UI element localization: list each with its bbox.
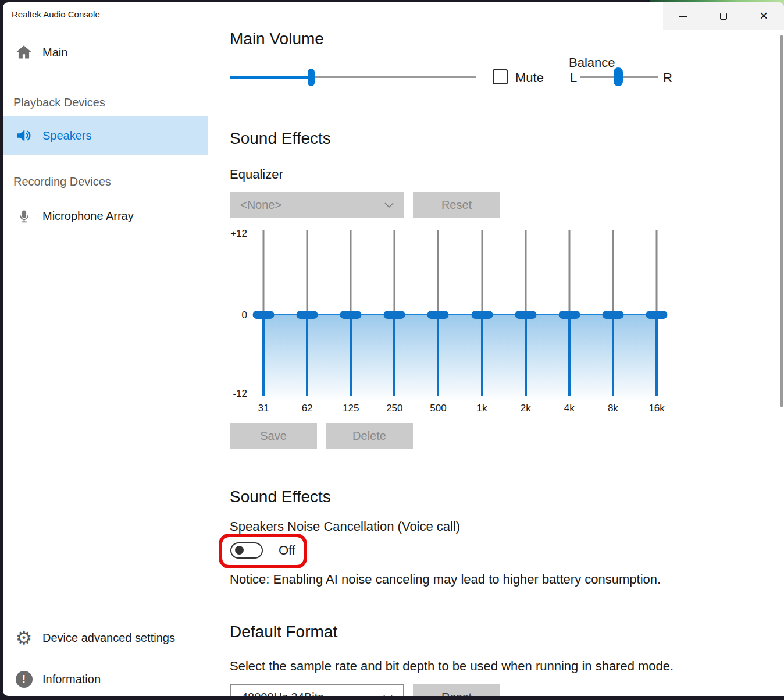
info-icon: ! — [15, 671, 33, 688]
eq-track-upper[interactable] — [437, 230, 439, 311]
equalizer-save-button[interactable]: Save — [230, 423, 317, 449]
equalizer-reset-button[interactable]: Reset — [413, 192, 500, 218]
eq-frequency-label: 1k — [477, 403, 487, 414]
microphone-icon — [15, 208, 33, 224]
eq-track-upper[interactable] — [568, 230, 570, 311]
sidebar-item-label: Device advanced settings — [42, 631, 175, 645]
balance-left-label: L — [570, 70, 577, 86]
eq-slider-thumb[interactable] — [602, 311, 623, 319]
eq-track-lower[interactable] — [350, 319, 352, 396]
eq-slider-thumb[interactable] — [253, 311, 275, 319]
eq-scale-mid: 0 — [218, 310, 247, 321]
window-title: Realtek Audio Console — [12, 9, 100, 19]
eq-slider-thumb[interactable] — [384, 311, 405, 319]
eq-track-lower[interactable] — [612, 319, 614, 396]
eq-track-lower[interactable] — [655, 319, 658, 396]
volume-slider-thumb[interactable] — [308, 69, 315, 86]
eq-frequency-label: 2k — [521, 403, 531, 414]
balance-slider-thumb[interactable] — [614, 67, 623, 86]
default-format-reset-button[interactable]: Reset — [413, 684, 500, 696]
default-format-heading: Default Format — [230, 623, 337, 641]
notice-text: Notice: Enabling AI noise canceling may … — [230, 572, 661, 587]
default-format-dropdown[interactable]: 48000Hz 24Bits — [230, 684, 404, 696]
sound-effects-heading-2: Sound Effects — [230, 488, 331, 506]
sidebar-item-label: Microphone Array — [42, 209, 134, 223]
eq-track-lower[interactable] — [525, 319, 527, 396]
eq-slider-thumb[interactable] — [340, 311, 362, 319]
eq-track-upper[interactable] — [307, 230, 308, 311]
eq-frequency-label: 125 — [343, 403, 359, 414]
sidebar-item-information[interactable]: ! Information — [3, 665, 208, 693]
eq-track-upper[interactable] — [481, 230, 483, 311]
eq-track-lower[interactable] — [568, 319, 571, 396]
sidebar-item-device-advanced-settings[interactable]: ⚙ Device advanced settings — [3, 624, 208, 652]
balance-right-label: R — [663, 70, 672, 86]
realtek-audio-console-window: Realtek Audio Console × Main Playback De… — [3, 2, 784, 696]
eq-track-lower[interactable] — [306, 319, 308, 396]
eq-slider-thumb[interactable] — [558, 311, 580, 319]
sidebar-item-microphone-array[interactable]: Microphone Array — [3, 202, 208, 230]
eq-track-upper[interactable] — [350, 230, 352, 311]
equalizer-label: Equalizer — [230, 167, 283, 182]
gear-icon: ⚙ — [15, 628, 33, 647]
close-icon: × — [760, 9, 768, 23]
chevron-down-icon — [383, 695, 393, 696]
eq-scale-max: +12 — [218, 228, 247, 240]
eq-frequency-label: 250 — [386, 403, 402, 414]
eq-slider-thumb[interactable] — [427, 311, 449, 319]
vertical-scrollbar[interactable] — [780, 35, 783, 407]
eq-slider-thumb[interactable] — [515, 311, 536, 319]
eq-frequency-label: 62 — [302, 403, 313, 414]
equalizer-delete-button[interactable]: Delete — [326, 423, 413, 449]
eq-slider-thumb[interactable] — [646, 311, 668, 319]
chevron-down-icon — [384, 202, 394, 208]
sidebar-item-main[interactable]: Main — [3, 38, 208, 66]
eq-frequency-label: 31 — [258, 403, 269, 414]
maximize-button[interactable] — [703, 2, 743, 30]
eq-track-upper[interactable] — [263, 230, 265, 311]
default-format-value: 48000Hz 24Bits — [241, 691, 383, 696]
eq-frequency-label: 8k — [608, 403, 618, 414]
eq-track-upper[interactable] — [612, 230, 614, 311]
eq-track-lower[interactable] — [262, 319, 265, 396]
noise-cancellation-toggle[interactable] — [230, 542, 263, 559]
eq-zero-line — [263, 314, 657, 315]
eq-track-upper[interactable] — [656, 230, 658, 311]
eq-frequency-label: 16k — [648, 403, 664, 414]
eq-track-upper[interactable] — [525, 230, 526, 311]
eq-track-lower[interactable] — [393, 319, 395, 396]
home-icon — [15, 43, 33, 62]
default-format-description: Select the sample rate and bit depth to … — [230, 659, 673, 674]
eq-fill-gradient — [263, 315, 657, 401]
mute-checkbox[interactable] — [493, 69, 508, 84]
sidebar-item-label: Main — [42, 46, 67, 59]
sound-effects-heading: Sound Effects — [230, 129, 331, 148]
noise-cancellation-label: Speakers Noise Cancellation (Voice call) — [230, 519, 460, 534]
volume-fill — [230, 76, 311, 79]
speaker-icon — [15, 127, 33, 144]
eq-slider-thumb[interactable] — [297, 311, 318, 319]
toggle-knob — [235, 546, 244, 555]
close-button[interactable]: × — [744, 2, 784, 30]
balance-label: Balance — [569, 55, 615, 70]
equalizer-preset-dropdown[interactable]: <None> — [230, 192, 404, 218]
eq-track-lower[interactable] — [437, 319, 439, 396]
eq-slider-thumb[interactable] — [471, 311, 493, 319]
sidebar-item-label: Information — [42, 673, 101, 686]
sidebar-item-label: Speakers — [42, 129, 92, 143]
eq-frequency-label: 500 — [430, 403, 446, 414]
minimize-icon — [679, 16, 687, 17]
screen: Realtek Audio Console × Main Playback De… — [0, 0, 784, 700]
main-volume-heading: Main Volume — [230, 30, 324, 48]
eq-track-lower[interactable] — [481, 319, 483, 396]
window-controls: × — [663, 2, 784, 30]
equalizer-preset-value: <None> — [240, 198, 384, 212]
eq-frequency-label: 4k — [564, 403, 575, 414]
eq-track-upper[interactable] — [394, 230, 395, 311]
playback-devices-section-label: Playback Devices — [13, 96, 105, 109]
minimize-button[interactable] — [663, 2, 703, 30]
sidebar-item-speakers[interactable]: Speakers — [3, 116, 208, 155]
eq-scale-min: -12 — [218, 388, 247, 400]
recording-devices-section-label: Recording Devices — [13, 175, 111, 189]
mute-label: Mute — [515, 70, 544, 86]
